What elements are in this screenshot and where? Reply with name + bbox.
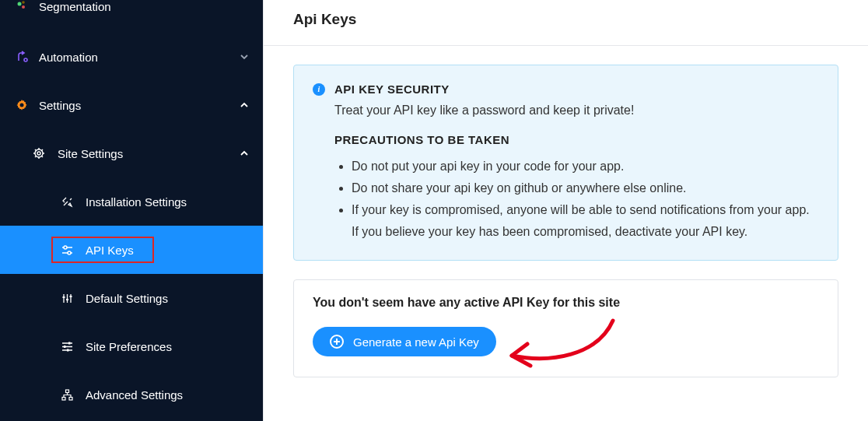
- main-content: Api Keys i API KEY SECURITY Treat your A…: [263, 0, 868, 421]
- alert-title: API KEY SECURITY: [334, 82, 450, 96]
- svg-rect-15: [65, 390, 68, 393]
- annotation-arrow: [496, 313, 621, 383]
- page-title: Api Keys: [264, 0, 868, 46]
- sidebar-item-installation[interactable]: Installation Settings: [0, 177, 263, 226]
- alert-description: Treat your API key like a password and k…: [334, 103, 819, 118]
- svg-point-5: [35, 149, 43, 157]
- sidebar-item-automation[interactable]: Automation: [0, 33, 263, 81]
- svg-point-4: [20, 103, 24, 107]
- nav-label: Site Preferences: [86, 340, 172, 353]
- nav-label: Installation Settings: [86, 195, 187, 209]
- alert-bullet: If your key is compromised, anyone will …: [352, 199, 819, 243]
- sliders-icon: [59, 244, 75, 256]
- svg-point-3: [24, 58, 27, 61]
- automation-icon: [14, 51, 30, 63]
- nav-label: API Keys: [86, 244, 134, 257]
- hierarchy-icon: [59, 389, 75, 401]
- svg-point-2: [22, 5, 25, 9]
- info-icon: i: [313, 83, 325, 96]
- sidebar: Segmentation Automation Settings Site Se…: [0, 0, 263, 421]
- button-label: Generate a new Api Key: [353, 335, 479, 349]
- equalizer-icon: [59, 293, 75, 304]
- segmentation-icon: [14, 0, 30, 11]
- sidebar-item-api-keys[interactable]: API Keys: [0, 226, 263, 274]
- preferences-icon: [59, 341, 75, 353]
- chevron-down-icon: [240, 52, 249, 61]
- sidebar-sub-site-settings[interactable]: Site Settings: [0, 129, 263, 177]
- nav-label: Site Settings: [58, 147, 123, 160]
- tools-icon: [59, 196, 75, 208]
- svg-rect-12: [68, 342, 71, 344]
- svg-rect-14: [67, 349, 69, 351]
- plus-circle-icon: [330, 335, 344, 349]
- api-key-card: You don't seem have any active API Key f…: [293, 279, 838, 377]
- empty-state-title: You don't seem have any active API Key f…: [313, 296, 819, 310]
- chevron-up-icon: [240, 149, 249, 158]
- sidebar-item-settings[interactable]: Settings: [0, 81, 263, 129]
- svg-rect-17: [69, 397, 72, 400]
- nav-label: Settings: [39, 99, 81, 112]
- svg-rect-13: [64, 346, 66, 348]
- gear-icon: [14, 99, 30, 111]
- nav-label: Advanced Settings: [86, 388, 183, 402]
- svg-point-1: [22, 1, 25, 4]
- alert-list: Do not put your api key in your code for…: [352, 156, 819, 243]
- nav-label: Automation: [39, 51, 98, 64]
- svg-rect-10: [66, 299, 68, 300]
- sidebar-item-advanced[interactable]: Advanced Settings: [0, 370, 263, 419]
- svg-point-6: [37, 152, 40, 155]
- nav-label: Default Settings: [86, 292, 168, 305]
- alert-bullet: Do not put your api key in your code for…: [352, 156, 819, 177]
- svg-rect-9: [62, 296, 65, 298]
- generate-api-key-button[interactable]: Generate a new Api Key: [313, 327, 496, 356]
- svg-point-0: [18, 2, 22, 6]
- nav-label: Segmentation: [39, 0, 111, 13]
- sidebar-item-segmentation[interactable]: Segmentation: [0, 0, 263, 33]
- svg-point-7: [64, 246, 67, 249]
- svg-point-8: [68, 251, 71, 254]
- svg-rect-16: [62, 397, 65, 400]
- security-alert: i API KEY SECURITY Treat your API key li…: [293, 65, 838, 261]
- chevron-up-icon: [240, 100, 249, 110]
- alert-bullet: Do not share your api key on github or a…: [352, 177, 819, 199]
- sidebar-item-default[interactable]: Default Settings: [0, 274, 263, 322]
- sidebar-item-preferences[interactable]: Site Preferences: [0, 322, 263, 370]
- alert-subheading: PRECAUTIONS TO BE TAKEN: [334, 133, 819, 146]
- gear-outline-icon: [31, 147, 47, 160]
- svg-rect-11: [69, 296, 72, 297]
